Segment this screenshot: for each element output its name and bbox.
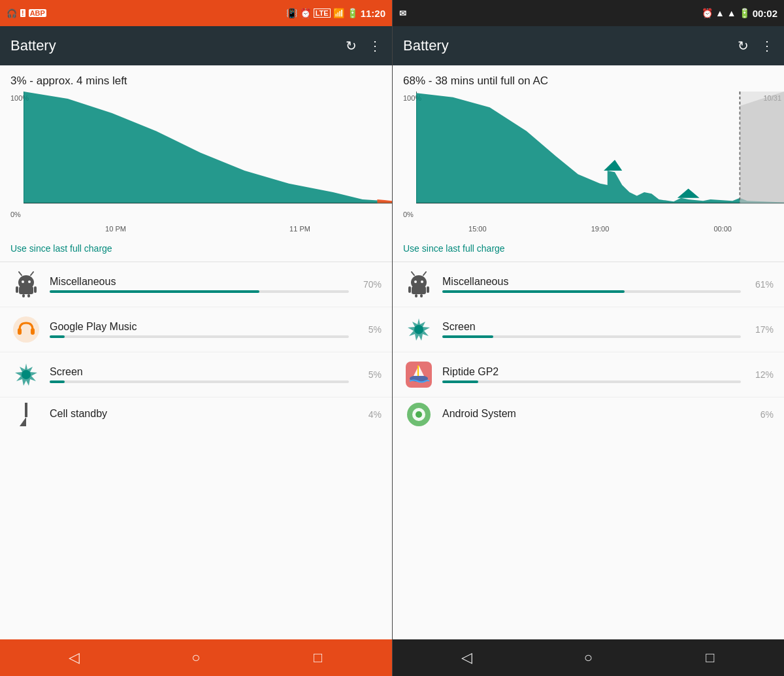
vibrate-icon: 📳 (286, 8, 297, 18)
svg-rect-28 (415, 294, 417, 297)
alarm-icon: ⏰ (300, 8, 311, 18)
right-menu-button[interactable]: ⋮ (760, 38, 774, 54)
left-screen-bar-fill (50, 380, 65, 383)
svg-rect-29 (420, 294, 423, 297)
mail-icon: ✉ (399, 8, 406, 18)
battery-icon: 🔋 (347, 8, 358, 18)
right-app-title: Battery (403, 37, 449, 54)
right-time: 00:02 (753, 8, 777, 19)
svg-line-31 (423, 272, 426, 275)
svg-rect-14 (31, 328, 35, 335)
left-x-label-2: 11 PM (289, 225, 310, 233)
right-system-icon (403, 399, 434, 430)
left-back-button[interactable]: ◁ (54, 645, 93, 671)
right-misc-name: Miscellaneous (442, 276, 741, 288)
right-status-bar: ✉ ⏰ ▲ ▲ 🔋 00:02 (393, 0, 784, 26)
left-cell-name: Cell standby (50, 408, 349, 420)
svg-rect-18 (25, 403, 27, 417)
right-home-button[interactable]: ○ (568, 645, 608, 671)
left-cell-pct: 4% (357, 409, 382, 420)
svg-rect-5 (19, 286, 33, 294)
left-battery-status: 3% - approx. 4 mins left (0, 65, 392, 92)
left-misc-bar-fill (50, 290, 259, 293)
left-usage-item-screen[interactable]: Screen 5% (0, 352, 392, 397)
alert-icon: ! (20, 9, 25, 17)
svg-rect-8 (22, 294, 25, 297)
svg-line-30 (412, 272, 414, 275)
right-usage-item-screen[interactable]: Screen 17% (393, 307, 784, 352)
adblock-icon: ABP (29, 9, 46, 17)
left-usage-item-music[interactable]: Google Play Music 5% (0, 307, 392, 352)
left-misc-pct: 70% (357, 279, 382, 290)
left-status-icons: 🎧 ! ABP (7, 8, 46, 18)
left-cell-icon (10, 399, 42, 430)
svg-point-23 (414, 280, 417, 283)
svg-rect-7 (34, 286, 37, 293)
svg-line-11 (31, 272, 33, 275)
left-app-title: Battery (10, 37, 56, 54)
svg-rect-26 (408, 286, 411, 293)
svg-rect-9 (27, 294, 30, 297)
right-usage-item-system[interactable]: Android System 6% (393, 397, 784, 431)
right-screen-bar (442, 335, 741, 338)
right-x-label-2: 19:00 (591, 225, 610, 233)
left-time: 11:20 (361, 8, 385, 19)
left-music-name: Google Play Music (50, 321, 349, 333)
left-home-button[interactable]: ○ (176, 645, 216, 671)
right-panel: ✉ ⏰ ▲ ▲ 🔋 00:02 Battery ↻ ⋮ 68% - 38 min… (392, 0, 784, 676)
left-screen-name: Screen (50, 366, 349, 378)
right-riptide-icon (403, 359, 434, 390)
right-misc-icon (403, 269, 434, 300)
left-misc-name: Miscellaneous (50, 276, 349, 288)
right-chart: 100% 0% 10/31 (393, 92, 784, 235)
right-chart-0: 0% (403, 211, 414, 218)
left-recents-button[interactable]: □ (299, 645, 338, 671)
left-misc-icon (10, 269, 42, 300)
right-use-since[interactable]: Use since last full charge (393, 238, 784, 262)
left-usage-item-cell[interactable]: Cell standby 4% (0, 397, 392, 431)
svg-rect-6 (16, 286, 18, 293)
left-music-info: Google Play Music (50, 321, 349, 338)
right-usage-item-riptide[interactable]: Riptide GP2 12% (393, 352, 784, 397)
headphones-icon: 🎧 (7, 8, 17, 18)
left-screen-pct: 5% (357, 369, 382, 380)
right-screen-icon (403, 314, 434, 345)
svg-point-3 (22, 280, 24, 283)
left-menu-button[interactable]: ⋮ (368, 38, 382, 54)
right-battery-icon: 🔋 (739, 8, 750, 18)
left-content: 3% - approx. 4 mins left 100% 0% 10 PM (0, 65, 392, 639)
left-status-right: 📳 ⏰ LTE 📶 🔋 11:20 (286, 8, 385, 19)
left-misc-bar (50, 290, 349, 293)
right-misc-bar-fill (442, 290, 625, 293)
left-chart-0: 0% (10, 211, 21, 218)
left-refresh-button[interactable]: ↻ (346, 38, 357, 54)
right-recents-button[interactable]: □ (691, 645, 730, 671)
left-chart: 100% 0% 10 PM 11 PM (0, 92, 392, 235)
right-riptide-bar (442, 380, 741, 383)
right-riptide-info: Riptide GP2 (442, 366, 741, 383)
right-refresh-button[interactable]: ↻ (738, 38, 749, 54)
right-system-pct: 6% (749, 409, 774, 420)
right-battery-status: 68% - 38 mins until full on AC (393, 65, 784, 92)
svg-rect-25 (412, 286, 426, 294)
right-back-button[interactable]: ◁ (447, 645, 486, 671)
right-riptide-pct: 12% (749, 369, 774, 380)
left-use-since[interactable]: Use since last full charge (0, 238, 392, 262)
right-wifi-icon: ▲ (715, 8, 725, 18)
right-usage-item-misc[interactable]: Miscellaneous 61% (393, 262, 784, 307)
left-screen-bar (50, 380, 349, 383)
left-music-icon (10, 314, 42, 345)
left-panel: 🎧 ! ABP 📳 ⏰ LTE 📶 🔋 11:20 Battery ↻ ⋮ 3%… (0, 0, 392, 676)
svg-point-40 (416, 411, 422, 418)
right-chart-svg (416, 92, 784, 221)
left-chart-svg (24, 92, 392, 221)
left-cell-info: Cell standby (50, 408, 349, 421)
right-signal-icon: ▲ (727, 8, 736, 18)
right-misc-info: Miscellaneous (442, 276, 741, 293)
left-music-bar (50, 335, 349, 338)
right-status-right: ⏰ ▲ ▲ 🔋 00:02 (702, 8, 777, 19)
right-screen-pct: 17% (749, 324, 774, 335)
left-usage-item-misc[interactable]: Miscellaneous 70% (0, 262, 392, 307)
svg-marker-16 (15, 363, 37, 386)
right-content: 68% - 38 mins until full on AC 100% 0% 1… (393, 65, 784, 639)
